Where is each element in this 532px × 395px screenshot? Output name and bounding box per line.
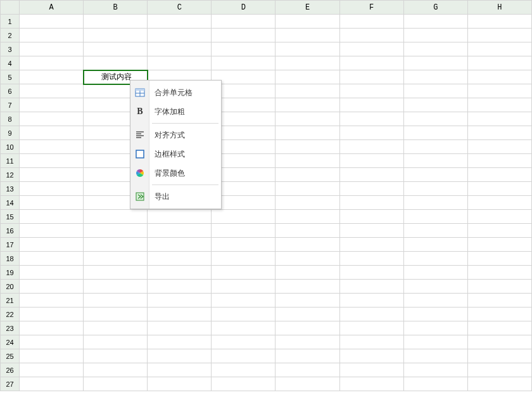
cell-E8[interactable] bbox=[276, 112, 339, 126]
cell-B22[interactable] bbox=[84, 308, 148, 321]
cell-G16[interactable] bbox=[403, 224, 467, 238]
cell-A5[interactable] bbox=[20, 70, 84, 84]
cell-G17[interactable] bbox=[403, 238, 467, 252]
cell-A17[interactable] bbox=[20, 238, 84, 252]
cell-G2[interactable] bbox=[403, 29, 467, 42]
cell-F11[interactable] bbox=[339, 154, 403, 168]
cell-B25[interactable] bbox=[84, 349, 148, 363]
cell-A10[interactable] bbox=[20, 140, 84, 154]
cell-C4[interactable] bbox=[148, 56, 212, 70]
cell-G7[interactable] bbox=[403, 98, 467, 112]
cell-F9[interactable] bbox=[339, 126, 403, 140]
row-header-10[interactable]: 10 bbox=[1, 140, 20, 154]
row-header-19[interactable]: 19 bbox=[1, 266, 20, 280]
menu-item-export[interactable]: 导出 bbox=[130, 187, 221, 206]
row-header-1[interactable]: 1 bbox=[1, 15, 20, 29]
cell-C3[interactable] bbox=[148, 42, 212, 56]
cell-B21[interactable] bbox=[84, 294, 148, 308]
row-header-7[interactable]: 7 bbox=[1, 98, 20, 112]
cell-D18[interactable] bbox=[212, 252, 276, 266]
cell-B16[interactable] bbox=[84, 224, 148, 238]
cell-A18[interactable] bbox=[20, 252, 84, 266]
cell-H25[interactable] bbox=[467, 349, 531, 363]
cell-G19[interactable] bbox=[403, 266, 467, 280]
cell-E6[interactable] bbox=[276, 84, 339, 98]
cell-H2[interactable] bbox=[467, 29, 531, 42]
cell-H19[interactable] bbox=[467, 266, 531, 280]
menu-item-bold[interactable]: B字体加粗 bbox=[130, 102, 221, 121]
cell-A12[interactable] bbox=[20, 168, 84, 182]
cell-C1[interactable] bbox=[148, 15, 212, 29]
row-header-22[interactable]: 22 bbox=[1, 308, 20, 321]
row-header-3[interactable]: 3 bbox=[1, 42, 20, 56]
cell-G24[interactable] bbox=[403, 335, 467, 349]
cell-C22[interactable] bbox=[148, 308, 212, 321]
cell-A26[interactable] bbox=[20, 363, 84, 377]
cell-G13[interactable] bbox=[403, 182, 467, 196]
cell-D22[interactable] bbox=[212, 308, 276, 321]
cell-H4[interactable] bbox=[467, 56, 531, 70]
cell-H14[interactable] bbox=[467, 196, 531, 210]
cell-G23[interactable] bbox=[403, 321, 467, 335]
cell-D15[interactable] bbox=[212, 210, 276, 224]
cell-A7[interactable] bbox=[20, 98, 84, 112]
cell-A9[interactable] bbox=[20, 126, 84, 140]
cell-A16[interactable] bbox=[20, 224, 84, 238]
cell-B19[interactable] bbox=[84, 266, 148, 280]
cell-B15[interactable] bbox=[84, 210, 148, 224]
row-header-5[interactable]: 5 bbox=[1, 70, 20, 84]
cell-H23[interactable] bbox=[467, 321, 531, 335]
cell-D23[interactable] bbox=[212, 321, 276, 335]
cell-C24[interactable] bbox=[148, 335, 212, 349]
cell-A13[interactable] bbox=[20, 182, 84, 196]
row-header-8[interactable]: 8 bbox=[1, 112, 20, 126]
cell-H11[interactable] bbox=[467, 154, 531, 168]
cell-D4[interactable] bbox=[212, 56, 276, 70]
cell-F19[interactable] bbox=[339, 266, 403, 280]
cell-H10[interactable] bbox=[467, 140, 531, 154]
cell-F14[interactable] bbox=[339, 196, 403, 210]
cell-G26[interactable] bbox=[403, 363, 467, 377]
cell-F23[interactable] bbox=[339, 321, 403, 335]
cell-F1[interactable] bbox=[339, 15, 403, 29]
cell-G20[interactable] bbox=[403, 280, 467, 294]
cell-H22[interactable] bbox=[467, 308, 531, 321]
row-header-9[interactable]: 9 bbox=[1, 126, 20, 140]
cell-B3[interactable] bbox=[84, 42, 148, 56]
cell-H18[interactable] bbox=[467, 252, 531, 266]
cell-H6[interactable] bbox=[467, 84, 531, 98]
row-header-4[interactable]: 4 bbox=[1, 56, 20, 70]
cell-C17[interactable] bbox=[148, 238, 212, 252]
cell-D3[interactable] bbox=[212, 42, 276, 56]
cell-E23[interactable] bbox=[276, 321, 339, 335]
cell-E22[interactable] bbox=[276, 308, 339, 321]
cell-D26[interactable] bbox=[212, 363, 276, 377]
cell-F5[interactable] bbox=[339, 70, 403, 84]
spreadsheet-grid[interactable]: ABCDEFGH12345测试内容67891011121314151617181… bbox=[0, 0, 532, 391]
cell-A25[interactable] bbox=[20, 349, 84, 363]
cell-F13[interactable] bbox=[339, 182, 403, 196]
cell-C21[interactable] bbox=[148, 294, 212, 308]
cell-C2[interactable] bbox=[148, 29, 212, 42]
cell-A23[interactable] bbox=[20, 321, 84, 335]
cell-G14[interactable] bbox=[403, 196, 467, 210]
cell-G27[interactable] bbox=[403, 377, 467, 391]
cell-A22[interactable] bbox=[20, 308, 84, 321]
cell-A15[interactable] bbox=[20, 210, 84, 224]
cell-A4[interactable] bbox=[20, 56, 84, 70]
cell-E2[interactable] bbox=[276, 29, 339, 42]
cell-B23[interactable] bbox=[84, 321, 148, 335]
row-header-27[interactable]: 27 bbox=[1, 377, 20, 391]
row-header-16[interactable]: 16 bbox=[1, 224, 20, 238]
row-header-11[interactable]: 11 bbox=[1, 154, 20, 168]
cell-D16[interactable] bbox=[212, 224, 276, 238]
row-header-20[interactable]: 20 bbox=[1, 280, 20, 294]
cell-E26[interactable] bbox=[276, 363, 339, 377]
cell-D24[interactable] bbox=[212, 335, 276, 349]
cell-H21[interactable] bbox=[467, 294, 531, 308]
col-header-C[interactable]: C bbox=[148, 1, 212, 15]
cell-B1[interactable] bbox=[84, 15, 148, 29]
col-header-A[interactable]: A bbox=[20, 1, 84, 15]
col-header-G[interactable]: G bbox=[403, 1, 467, 15]
cell-F12[interactable] bbox=[339, 168, 403, 182]
